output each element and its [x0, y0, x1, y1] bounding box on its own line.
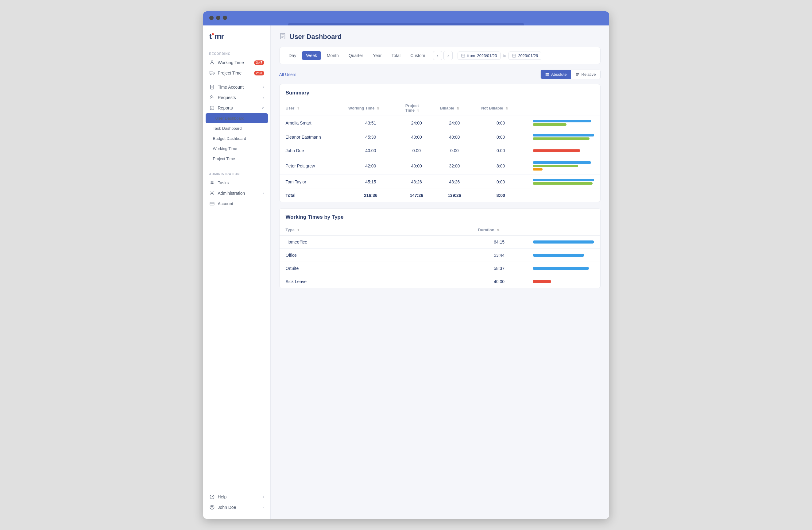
sidebar-item-project-time-report[interactable]: Project Time	[203, 154, 270, 164]
cell-user: Peter Pettigrew	[279, 157, 342, 175]
svg-rect-1	[209, 71, 213, 74]
person-icon	[209, 60, 215, 65]
svg-point-26	[212, 506, 213, 507]
cell-working-time: 42:00	[342, 157, 399, 175]
cell-type: Office	[279, 249, 472, 262]
sidebar-item-administration[interactable]: Administration ›	[203, 188, 270, 198]
cell-duration: 40:00	[472, 275, 526, 288]
cell-billable: 40:00	[434, 130, 475, 144]
tab-week[interactable]: Week	[302, 51, 321, 60]
cell-total-project: 147:26	[399, 189, 434, 202]
col-billable[interactable]: Billable ⇅	[434, 100, 475, 116]
sidebar-item-project-time[interactable]: Project Time 2:37	[203, 68, 270, 78]
relative-icon	[576, 72, 580, 77]
col-duration[interactable]: Duration ⇅	[472, 224, 526, 236]
table-row: Sick Leave 40:00	[279, 275, 600, 288]
tab-month[interactable]: Month	[322, 51, 343, 60]
cell-type-chart	[526, 249, 600, 262]
svg-point-19	[212, 183, 213, 184]
svg-point-18	[211, 183, 212, 184]
cell-working-time: 40:00	[342, 144, 399, 157]
cell-not-billable: 0:00	[475, 144, 526, 157]
page-doc-icon	[279, 33, 286, 41]
sidebar-item-help[interactable]: Help ›	[203, 492, 270, 502]
cell-type: OnSite	[279, 262, 472, 275]
table-row: Eleanor Eastmann 45:30 40:00 40:00 0:00	[279, 130, 600, 144]
cell-billable: 32:00	[434, 157, 475, 175]
working-times-table: Type ⬆ Duration ⇅ Homeoffice 64:15	[279, 224, 600, 288]
tab-year[interactable]: Year	[368, 51, 386, 60]
cell-not-billable: 0:00	[475, 116, 526, 130]
tab-total[interactable]: Total	[387, 51, 405, 60]
cell-duration: 53:44	[472, 249, 526, 262]
sidebar-item-task-dashboard[interactable]: Task Dashboard	[203, 123, 270, 133]
svg-marker-2	[213, 72, 214, 74]
help-icon	[209, 495, 215, 499]
tab-bar: Day Week Month Quarter Year Total Custom…	[279, 47, 600, 64]
tab-day[interactable]: Day	[285, 51, 301, 60]
cell-not-billable: 0:00	[475, 175, 526, 189]
cell-type: Sick Leave	[279, 275, 472, 288]
working-time-badge: 3:47	[254, 60, 264, 65]
col-working-time[interactable]: Working Time ⇅	[342, 100, 399, 116]
svg-point-0	[211, 61, 213, 62]
table-row: Peter Pettigrew 42:00 40:00 32:00 8:00	[279, 157, 600, 175]
project-time-badge: 2:37	[254, 71, 264, 75]
col-not-billable[interactable]: Not Billable ⇅	[475, 100, 526, 116]
cell-not-billable: 8:00	[475, 157, 526, 175]
svg-point-4	[213, 74, 214, 75]
sidebar-item-reports[interactable]: Reports ∨	[203, 103, 270, 113]
sidebar-item-working-time[interactable]: Working Time 3:47	[203, 57, 270, 68]
tab-quarter[interactable]: Quarter	[344, 51, 367, 60]
app-logo: tmr	[203, 32, 270, 48]
cell-user: Tom Taylor	[279, 175, 342, 189]
sidebar-item-time-account[interactable]: Time Account ›	[203, 82, 270, 92]
cell-total-label: Total	[279, 189, 342, 202]
svg-rect-31	[462, 54, 465, 57]
cell-billable: 0:00	[434, 144, 475, 157]
view-absolute-button[interactable]: Absolute	[541, 70, 571, 79]
sidebar-item-requests[interactable]: Requests ›	[203, 92, 270, 103]
to-date-group[interactable]: 2023/01/29	[508, 51, 541, 60]
cell-user: Amelia Smart	[279, 116, 342, 130]
cell-total-not-billable: 8:00	[475, 189, 526, 202]
calendar-from-icon	[461, 53, 465, 58]
table-row: Tom Taylor 45:15 43:26 43:26 0:00	[279, 175, 600, 189]
requests-chevron: ›	[263, 95, 264, 100]
sidebar-item-tasks[interactable]: Tasks	[203, 178, 270, 188]
truck-icon	[209, 71, 215, 75]
cell-user: Eleanor Eastmann	[279, 130, 342, 144]
tab-custom[interactable]: Custom	[406, 51, 429, 60]
cell-working-time: 45:30	[342, 130, 399, 144]
svg-point-20	[212, 193, 213, 194]
table-row: OnSite 58:37	[279, 262, 600, 275]
sidebar-item-user-dashboard[interactable]: User Dashboard	[206, 113, 268, 123]
sidebar-item-budget-dashboard[interactable]: Budget Dashboard	[203, 133, 270, 144]
cell-billable: 24:00	[434, 116, 475, 130]
summary-card: Summary User ⬆ Working Time ⇅	[279, 84, 600, 202]
cell-duration: 64:15	[472, 236, 526, 249]
date-to-separator: to	[503, 53, 506, 58]
all-users-link[interactable]: All Users	[279, 72, 296, 77]
col-project-time[interactable]: ProjectTime ⇅	[399, 100, 434, 116]
report-icon	[209, 105, 215, 111]
admin-section-label: ADMINISTRATION	[203, 169, 270, 178]
view-toggle: Absolute Relative	[540, 70, 600, 79]
from-date-group[interactable]: from 2023/01/23	[458, 51, 500, 60]
help-chevron: ›	[263, 495, 264, 499]
page-title: User Dashboard	[290, 33, 342, 41]
nav-next-button[interactable]: ›	[444, 51, 453, 60]
sidebar-item-working-time-report[interactable]: Working Time	[203, 144, 270, 154]
sidebar: tmr RECORDING Working Time 3:47 P	[203, 26, 271, 519]
col-user[interactable]: User ⬆	[279, 100, 342, 116]
sidebar-item-user-profile[interactable]: John Doe ›	[203, 502, 270, 513]
working-times-title: Working Times by Type	[279, 209, 600, 224]
view-relative-button[interactable]: Relative	[571, 70, 600, 79]
cell-chart	[526, 175, 600, 189]
sidebar-item-account[interactable]: Account	[203, 198, 270, 209]
svg-point-17	[212, 181, 213, 182]
calendar-to-icon	[512, 53, 516, 58]
cell-type-chart	[526, 262, 600, 275]
col-type[interactable]: Type ⬆	[279, 224, 472, 236]
nav-prev-button[interactable]: ‹	[433, 51, 442, 60]
